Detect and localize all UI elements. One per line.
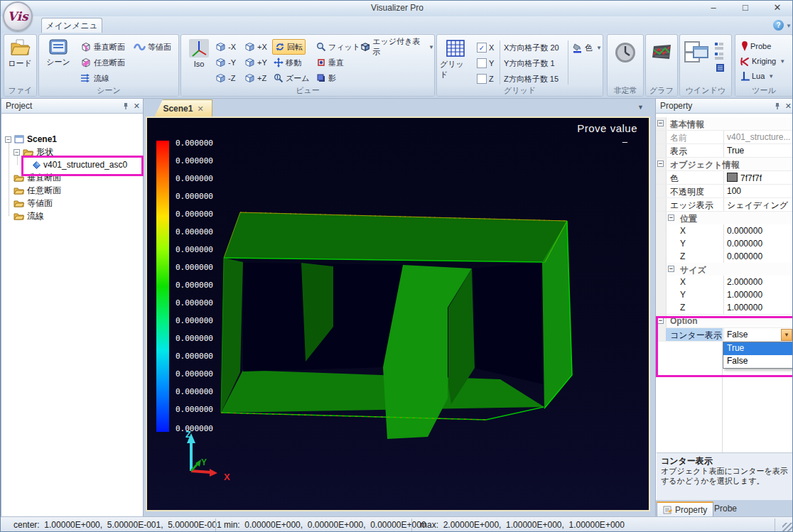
property-row-size-y[interactable]: Y1.000000 [656,288,793,302]
shadow-button[interactable]: 影 [316,71,336,85]
scene1-document-tab[interactable]: Scene1✕ [154,99,212,117]
grid-y-count[interactable]: Y方向格子数 1 [504,58,555,69]
app-logo-icon[interactable]: Vis [3,1,33,31]
unsteady-button[interactable] [613,41,637,64]
grid-x-count[interactable]: X方向格子数 20 [504,43,559,53]
tab-main-menu[interactable]: メインメニュー [41,18,102,33]
3d-viewport[interactable]: 0.000000 0.000000 0.000000 0.000000 0.00… [147,118,649,510]
tree-item-isosurface[interactable]: 等値面 [14,197,53,210]
help-icon[interactable]: ? [773,20,784,31]
dropdown-item-true[interactable]: True [723,342,793,355]
collapse-icon[interactable]: − [657,161,664,167]
vertical-button[interactable]: 垂直 [316,55,344,70]
vertical-section-button[interactable]: 垂直断面 [80,40,125,54]
edge-display-button[interactable]: エッジ付き表示▼ [360,40,434,54]
minimize-button[interactable]: – [703,1,724,14]
tab-list-dropdown-arrow[interactable]: ▼ [637,104,644,111]
viewport-frame: 0.000000 0.000000 0.000000 0.000000 0.00… [146,116,650,511]
pin-icon[interactable] [122,102,129,110]
maximize-button[interactable]: □ [735,1,756,14]
tree-item-arbitrary-section[interactable]: 任意断面 [14,184,61,197]
grid-button[interactable]: グリッド [440,39,471,80]
property-row-edge[interactable]: エッジ表示シェイディング表... [656,198,793,212]
tree-item-scene1[interactable]: − Scene1 [5,133,57,146]
close-button[interactable]: ✕ [767,1,788,14]
property-row-size-x[interactable]: X2.000000 [656,276,793,289]
property-group-object[interactable]: −オブジェクト情報 [656,158,793,171]
view-minus-z-button[interactable]: -Z [215,71,235,85]
view-plus-x-button[interactable]: +X [244,40,267,54]
property-group-size[interactable]: −サイズ [656,263,793,276]
kriging-dropdown-arrow[interactable]: ▼ [779,58,785,65]
collapse-icon[interactable]: − [668,215,674,221]
grid-y-checkbox[interactable]: Y [477,56,494,70]
view-minus-y-button[interactable]: -Y [215,55,236,70]
tree-item-shape-folder[interactable]: − 形状 [14,146,53,158]
window-document-button[interactable] [716,60,725,75]
pin-icon[interactable] [774,102,781,110]
property-close-icon[interactable]: ✕ [785,99,792,114]
tree-item-streamline[interactable]: 流線 [14,210,44,222]
project-close-icon[interactable]: ✕ [134,99,140,114]
tab-property[interactable]: Property [657,501,713,518]
grid-z-count[interactable]: Z方向格子数 15 [504,74,559,85]
property-row-pos-y[interactable]: Y0.000000 [656,237,793,251]
lua-dropdown-arrow[interactable]: ▼ [768,73,774,80]
ribbon-group-grid: グリッド ✓X Y Z X方向格子数 20 Y方向格子数 1 Z方向格子数 15… [436,34,603,97]
grid-color-button[interactable]: 色▼ [572,40,602,55]
view-minus-x-button[interactable]: -X [215,40,236,54]
colorbar-label: 0.000000 [176,298,213,308]
rotate-button[interactable]: 回転 [272,39,306,55]
isosurface-button[interactable]: 等値面 [134,40,171,54]
property-group-basic[interactable]: −基本情報 [656,117,793,131]
resize-grip[interactable] [782,523,792,532]
color-scale-bar [156,141,169,432]
property-row-show[interactable]: 表示True [656,144,793,158]
collapse-icon[interactable]: − [657,317,664,324]
dropdown-item-false[interactable]: False [723,355,793,368]
property-row-pos-z[interactable]: Z0.000000 [656,250,793,264]
collapse-icon[interactable]: − [668,266,674,272]
property-row-color[interactable]: 色7f7f7f [656,171,793,185]
contour-dropdown-button[interactable]: ▼ [781,329,792,341]
grid-x-checkbox[interactable]: ✓X [477,40,494,55]
edge-display-dropdown-arrow[interactable]: ▼ [428,44,434,50]
property-row-pos-x[interactable]: X0.000000 [656,224,793,238]
move-button[interactable]: 移動 [274,55,301,70]
ribbon: ロード ファイル シーン 垂直断面 任意断面 流線 [1,33,793,99]
lua-l-icon [741,72,750,81]
property-row-opacity[interactable]: 不透明度100 [656,185,793,198]
arbitrary-section-button[interactable]: 任意断面 [80,55,125,70]
window-layout-button[interactable] [683,40,711,63]
view-plus-z-button[interactable]: +Z [244,71,266,85]
status-max: max: 2.00000E+000, 1.00000E+000, 1.00000… [420,520,625,530]
streamline-button[interactable]: 流線 [80,71,109,85]
probe-button[interactable]: Probe [741,39,771,53]
scene-button[interactable]: シーン [43,38,74,67]
tab-close-icon[interactable]: ✕ [197,104,203,114]
help-dropdown-arrow[interactable]: ▼ [786,23,792,29]
tree-item-vertical-section[interactable]: 垂直断面 [14,171,61,184]
collapse-icon[interactable]: − [14,149,20,156]
kriging-button[interactable]: Kriging▼ [740,54,785,68]
property-row-contour[interactable]: コンター表示 False ▼ [656,328,793,342]
load-button[interactable]: ロード [6,38,34,69]
fit-button[interactable]: フィット [316,40,360,54]
property-panel-header: Property ✕ [656,99,793,114]
folder-icon [14,199,24,207]
grid-z-checkbox[interactable]: Z [477,72,494,86]
iso-view-button[interactable]: Iso [185,38,213,68]
collapse-icon[interactable]: − [5,136,11,143]
lua-button[interactable]: Lua▼ [741,69,774,83]
tree-item-v401-structured-asc0[interactable]: v401_structured_asc0 [33,158,127,171]
property-group-position[interactable]: −位置 [656,212,793,225]
tab-probe[interactable]: Probe [708,501,743,516]
property-row-size-z[interactable]: Z1.000000 [656,301,793,315]
property-row-name[interactable]: 名前v401_structure... [656,131,793,144]
collapse-icon[interactable]: − [657,120,664,126]
graph-button[interactable] [650,43,673,60]
view-plus-y-button[interactable]: +Y [244,55,267,70]
zoom-button[interactable]: ズーム [274,71,310,85]
property-group-option[interactable]: −Option [656,315,793,328]
color-dropdown-arrow[interactable]: ▼ [596,45,602,51]
